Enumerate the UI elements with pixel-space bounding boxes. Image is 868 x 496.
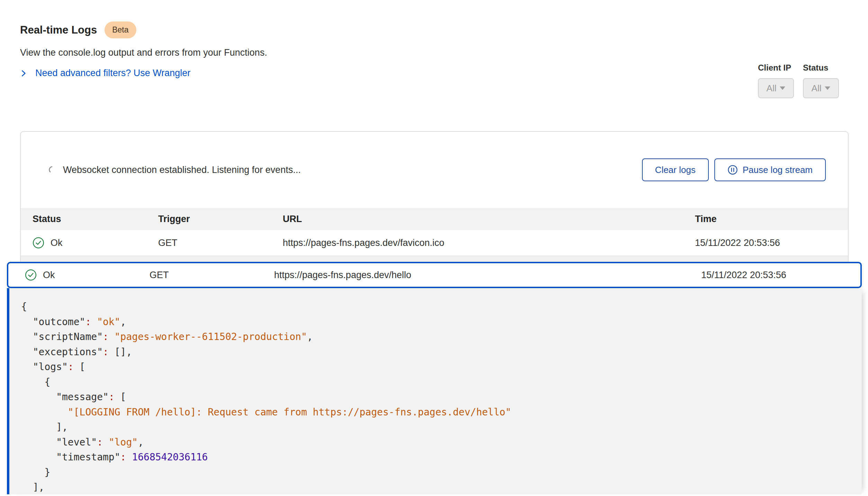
success-check-icon [25,269,37,281]
log-json-panel: { "outcome": "ok", "scriptName": "pages-… [7,288,862,494]
page-title: Real-time Logs [20,24,97,36]
column-header-url: URL [283,214,695,224]
status-filter-group: Status All [803,63,839,98]
success-check-icon [33,237,44,249]
spinner-icon [48,166,57,174]
row-time: 15/11/2022 20:53:56 [701,270,860,281]
row-url: https://pages-fns.pages.dev/favicon.ico [283,238,695,248]
log-filters: Client IP All Status All [758,63,839,98]
pause-log-stream-button[interactable]: Pause log stream [714,158,826,181]
column-header-status: Status [33,214,158,224]
caret-down-icon [825,86,830,90]
client-ip-select[interactable]: All [758,78,794,98]
row-trigger: GET [150,270,274,281]
log-json: { "outcome": "ok", "scriptName": "pages-… [21,299,862,494]
client-ip-value: All [767,83,777,94]
row-url: https://pages-fns.pages.dev/hello [274,270,701,281]
clear-logs-label: Clear logs [655,165,696,175]
pause-icon [727,165,738,175]
beta-badge: Beta [105,21,136,38]
websocket-status-bar: Websocket connection established. Listen… [21,132,848,208]
status-select[interactable]: All [803,78,839,98]
column-header-trigger: Trigger [158,214,283,224]
advanced-filters-link[interactable]: Need advanced filters? Use Wrangler [20,68,848,79]
websocket-status-text: Websocket connection established. Listen… [63,165,642,175]
row-status: Ok [43,270,55,281]
clear-logs-button[interactable]: Clear logs [642,158,709,181]
status-filter-label: Status [803,63,839,73]
expanded-log-entry: Ok GET https://pages-fns.pages.dev/hello… [7,262,862,494]
log-table-header: Status Trigger URL Time [21,208,848,230]
column-header-time: Time [695,214,848,224]
status-filter-value: All [812,83,822,94]
row-trigger: GET [158,238,283,248]
log-table-row[interactable]: Ok GET https://pages-fns.pages.dev/favic… [21,230,848,256]
realtime-logs-page: Real-time Logs Beta View the console.log… [0,0,868,496]
row-status: Ok [51,238,63,248]
log-table-row-selected[interactable]: Ok GET https://pages-fns.pages.dev/hello… [7,262,862,288]
pause-log-stream-label: Pause log stream [743,165,813,175]
client-ip-filter-group: Client IP All [758,63,794,98]
page-subtitle: View the console.log output and errors f… [20,47,848,58]
advanced-filters-link-text[interactable]: Need advanced filters? Use Wrangler [35,68,190,79]
client-ip-label: Client IP [758,63,794,73]
row-time: 15/11/2022 20:53:56 [695,238,848,248]
page-header: Real-time Logs Beta View the console.log… [0,0,868,79]
log-panel: Websocket connection established. Listen… [20,131,849,262]
caret-down-icon [780,86,785,90]
chevron-right-icon [20,70,27,77]
partially-covered-row [21,256,848,262]
